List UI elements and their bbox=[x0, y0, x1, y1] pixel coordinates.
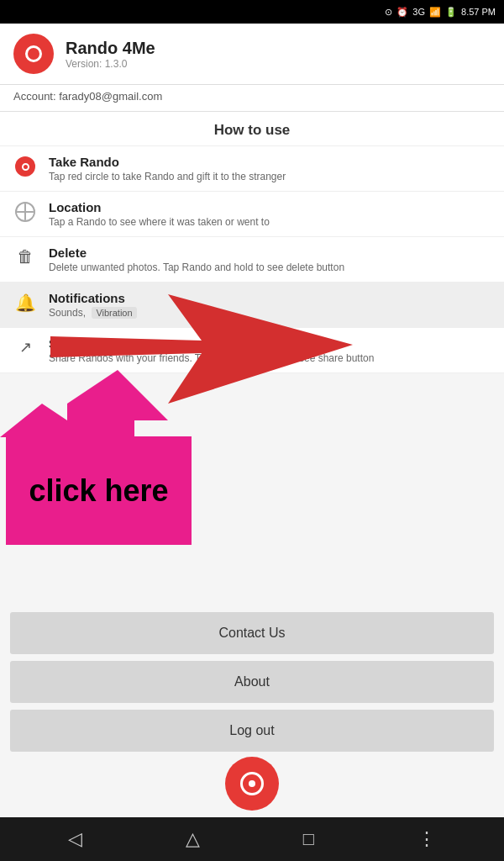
time-label: 8.57 PM bbox=[461, 7, 496, 17]
click-here-box[interactable]: click here bbox=[6, 436, 192, 545]
location-desc: Tap a Rando to see where it was taken or… bbox=[49, 216, 270, 228]
fab-container bbox=[225, 757, 279, 811]
take-rando-icon bbox=[13, 156, 37, 177]
app-header: Rando 4Me Version: 1.3.0 bbox=[0, 24, 504, 85]
location-text: Location Tap a Rando to see where it was… bbox=[49, 200, 270, 228]
click-here-text: click here bbox=[29, 474, 168, 508]
delete-desc: Delete unwanted photos. Tap Rando and ho… bbox=[49, 261, 344, 273]
account-label: Account: farady08@gmail.com bbox=[13, 90, 162, 103]
about-button[interactable]: About bbox=[10, 661, 494, 703]
menu-button[interactable]: ⋮ bbox=[417, 828, 436, 850]
help-item-delete: 🗑 Delete Delete unwanted photos. Tap Ran… bbox=[0, 237, 504, 283]
wifi-icon: 📶 bbox=[429, 7, 441, 18]
app-logo-inner bbox=[25, 45, 42, 62]
fab-button[interactable] bbox=[225, 757, 279, 811]
contact-us-button[interactable]: Contact Us bbox=[10, 612, 494, 654]
home-button[interactable]: △ bbox=[186, 828, 200, 850]
take-rando-title: Take Rando bbox=[49, 155, 286, 169]
help-item-location: Location Tap a Rando to see where it was… bbox=[0, 192, 504, 237]
help-item-take-rando: Take Rando Tap red circle to take Rando … bbox=[0, 146, 504, 192]
alarm-icon: ⏰ bbox=[396, 7, 408, 18]
app-logo bbox=[13, 34, 54, 74]
app-version: Version: 1.3.0 bbox=[66, 58, 155, 70]
logout-button[interactable]: Log out bbox=[10, 710, 494, 752]
status-bar: ⊙ ⏰ 3G 📶 🔋 8.57 PM bbox=[0, 0, 504, 24]
delete-title: Delete bbox=[49, 246, 344, 260]
recent-button[interactable]: □ bbox=[303, 828, 314, 850]
take-rando-desc: Tap red circle to take Rando and gift it… bbox=[49, 171, 286, 182]
target-icon: ⊙ bbox=[385, 7, 392, 18]
status-icons: ⊙ ⏰ 3G 📶 🔋 8.57 PM bbox=[385, 7, 496, 18]
location-icon bbox=[13, 202, 37, 222]
battery-icon: 🔋 bbox=[445, 7, 457, 18]
app-info: Rando 4Me Version: 1.3.0 bbox=[66, 39, 155, 70]
back-button[interactable]: ◁ bbox=[68, 828, 82, 850]
fab-dot bbox=[249, 780, 255, 787]
how-to-title: How to use bbox=[0, 112, 504, 146]
footer-buttons: Contact Us About Log out bbox=[0, 612, 504, 752]
take-rando-text: Take Rando Tap red circle to take Rando … bbox=[49, 155, 286, 182]
nav-bar: ◁ △ □ ⋮ bbox=[0, 817, 504, 861]
account-row: Account: farady08@gmail.com bbox=[0, 85, 504, 112]
network-label: 3G bbox=[412, 7, 425, 17]
location-title: Location bbox=[49, 200, 270, 214]
delete-text: Delete Delete unwanted photos. Tap Rando… bbox=[49, 246, 344, 273]
delete-icon: 🗑 bbox=[13, 247, 37, 267]
fab-icon bbox=[240, 772, 264, 795]
app-title: Rando 4Me bbox=[66, 39, 155, 58]
